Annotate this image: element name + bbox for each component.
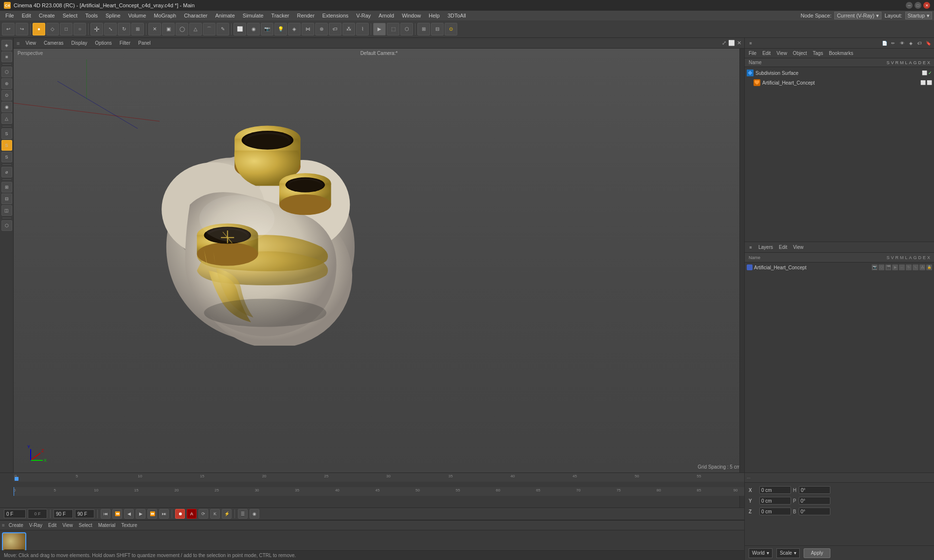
- current-frame-field[interactable]: [4, 509, 26, 518]
- menu-volume[interactable]: Volume: [125, 12, 150, 19]
- left-tool-1[interactable]: ◈: [1, 40, 12, 51]
- tag-button[interactable]: 🏷: [329, 23, 341, 35]
- left-tool-6[interactable]: ◉: [1, 102, 12, 112]
- menu-file[interactable]: File: [2, 12, 18, 19]
- material-menu-texture[interactable]: Texture: [119, 522, 139, 528]
- om-row-heart[interactable]: Artificial_Heart_Concept ⬜ ⬜: [745, 78, 934, 88]
- redo-button[interactable]: ↪: [16, 23, 28, 35]
- viewport[interactable]: ≡ View Cameras Display Options Filter Pa…: [14, 38, 744, 472]
- attr-y-pos[interactable]: 0 cm: [759, 497, 791, 505]
- om-object-icon[interactable]: ◈: [907, 39, 915, 47]
- material-menu-view[interactable]: View: [60, 522, 75, 528]
- light-setup-button[interactable]: ⊙: [445, 23, 457, 35]
- expand-icon[interactable]: ⤢: [722, 40, 726, 46]
- layer-icon-misc[interactable]: ⁂: [919, 264, 925, 270]
- range-start-field[interactable]: [54, 509, 73, 518]
- select-rect-button[interactable]: ▣: [162, 23, 175, 35]
- viewport-menu-icon[interactable]: ≡: [17, 40, 19, 46]
- light-button[interactable]: 💡: [274, 23, 287, 35]
- menu-tracker[interactable]: Tracker: [268, 12, 293, 19]
- left-tool-15[interactable]: ⬡: [1, 220, 12, 231]
- layer-icon-mesh[interactable]: ⬡: [879, 264, 884, 270]
- om-view-icon[interactable]: 👁: [898, 39, 906, 47]
- select-circle-button[interactable]: ◯: [176, 23, 188, 35]
- render-vr-button[interactable]: ⬡: [400, 23, 413, 35]
- attr-z-pos[interactable]: 0 cm: [759, 508, 791, 515]
- om-menu-tags[interactable]: Tags: [811, 50, 825, 56]
- maximize-button[interactable]: □: [915, 2, 921, 9]
- menu-window[interactable]: Window: [398, 12, 424, 19]
- menu-3dtoall[interactable]: 3DToAll: [444, 12, 469, 19]
- tool10-button[interactable]: ⌇: [356, 23, 369, 35]
- left-tool-13[interactable]: ⊟: [1, 193, 12, 204]
- move-tool-button[interactable]: ✛: [90, 23, 103, 35]
- menu-vray[interactable]: V-Ray: [353, 12, 374, 19]
- effector-button[interactable]: ⊛: [315, 23, 328, 35]
- layers-menu-edit[interactable]: Edit: [777, 244, 789, 250]
- viewport-settings-icon[interactable]: ✕: [737, 40, 741, 46]
- auto-key-button[interactable]: A: [187, 509, 197, 519]
- left-tool-3[interactable]: ⬡: [1, 67, 12, 77]
- om-menu-file[interactable]: File: [747, 50, 758, 56]
- om-menu-view[interactable]: View: [774, 50, 789, 56]
- layer-icon-scale[interactable]: ⤡: [913, 264, 918, 270]
- tool9-button[interactable]: ⁂: [342, 23, 355, 35]
- select-paint-button[interactable]: ✎: [216, 23, 229, 35]
- viewport-menu-filter[interactable]: Filter: [118, 40, 132, 46]
- menu-edit[interactable]: Edit: [18, 12, 35, 19]
- scale-mode-dropdown[interactable]: Scale ▾: [776, 548, 800, 558]
- layer-row-heart[interactable]: Artificial_Heart_Concept 📷 ⬡ 🎬 ▶ ↔ ↻ ⤡ ⁂…: [745, 262, 934, 272]
- object-mode-button[interactable]: ○: [73, 23, 86, 35]
- layers-menu-view[interactable]: View: [791, 244, 806, 250]
- floor-button[interactable]: ⊟: [431, 23, 444, 35]
- om-file-icon[interactable]: 📄: [880, 39, 888, 47]
- close-button[interactable]: ✕: [923, 2, 930, 9]
- sphere-button[interactable]: ◉: [247, 23, 260, 35]
- deformer-button[interactable]: ⋈: [302, 23, 314, 35]
- view-options-button[interactable]: ⊞: [417, 23, 430, 35]
- render-button[interactable]: ▶: [373, 23, 386, 35]
- viewport-menu-panel[interactable]: Panel: [136, 40, 153, 46]
- select-cross-button[interactable]: ✕: [148, 23, 161, 35]
- menu-spline[interactable]: Spline: [102, 12, 124, 19]
- extra-btn-2[interactable]: ◉: [250, 509, 259, 519]
- go-to-end-button[interactable]: ⏭: [159, 509, 169, 519]
- menu-select[interactable]: Select: [59, 12, 81, 19]
- range-end-field[interactable]: [75, 509, 94, 518]
- left-tool-9[interactable]: S: [1, 140, 12, 151]
- fps-button[interactable]: ⚡: [222, 509, 232, 519]
- loop-button[interactable]: ⟳: [198, 509, 208, 519]
- menu-extensions[interactable]: Extensions: [319, 12, 352, 19]
- key-all-button[interactable]: K: [210, 509, 220, 519]
- layer-icon-move[interactable]: ↔: [899, 264, 905, 270]
- polygon-mode-button[interactable]: □: [60, 23, 72, 35]
- menu-tools[interactable]: Tools: [82, 12, 101, 19]
- layer-icon-film[interactable]: 🎬: [885, 264, 891, 270]
- menu-animate[interactable]: Animate: [212, 12, 238, 19]
- left-tool-8[interactable]: S: [1, 128, 12, 139]
- scale-tool-button[interactable]: ⤡: [104, 23, 117, 35]
- om-menu-bookmarks[interactable]: Bookmarks: [827, 50, 855, 56]
- undo-button[interactable]: ↩: [2, 23, 15, 35]
- attr-b-val[interactable]: 0°: [799, 508, 830, 515]
- timeline-ruler[interactable]: 0 5 10 15 20 25 30 35 40 45 50 55: [14, 473, 744, 482]
- om-bookmarks-icon[interactable]: 🔖: [924, 39, 932, 47]
- material-menu-create[interactable]: Create: [7, 522, 25, 528]
- menu-arnold[interactable]: Arnold: [375, 12, 397, 19]
- model-mode-button[interactable]: ●: [33, 23, 45, 35]
- viewport-menu-view[interactable]: View: [23, 40, 38, 46]
- timeline-track[interactable]: [14, 482, 744, 496]
- extra-btn-1[interactable]: ☰: [238, 509, 248, 519]
- left-tool-14[interactable]: ◫: [1, 205, 12, 216]
- maximize-viewport-icon[interactable]: ⬜: [728, 40, 735, 46]
- material-menu-select[interactable]: Select: [77, 522, 94, 528]
- layer-icon-cam[interactable]: 📷: [872, 264, 878, 270]
- attr-h-val[interactable]: 0°: [799, 486, 830, 494]
- record-button[interactable]: ⏺: [175, 509, 185, 519]
- transform-tool-button[interactable]: ⊞: [131, 23, 144, 35]
- go-to-start-button[interactable]: ⏮: [101, 509, 110, 519]
- material-menu-icon[interactable]: ≡: [2, 523, 5, 528]
- layer-icon-rot[interactable]: ↻: [906, 264, 912, 270]
- rotate-tool-button[interactable]: ↻: [118, 23, 130, 35]
- left-tool-4[interactable]: ⊛: [1, 78, 12, 89]
